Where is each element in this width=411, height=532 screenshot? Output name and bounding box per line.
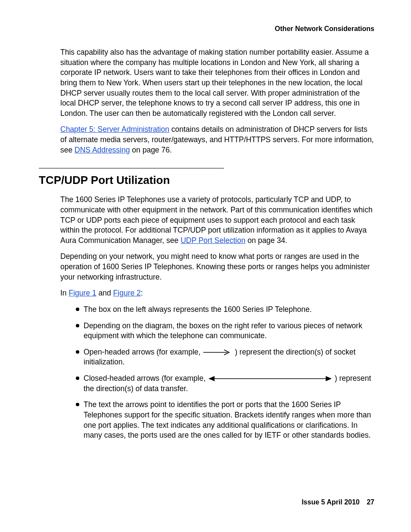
paragraph-see-also: Chapter 5: Server Administration contain… [60, 124, 374, 155]
link-dns-addressing[interactable]: DNS Addressing [75, 146, 130, 154]
text-span: on page 76. [130, 146, 171, 154]
paragraph-portability: This capability also has the advantage o… [60, 47, 374, 118]
link-figure-2[interactable]: Figure 2 [113, 289, 141, 297]
text-span: Open-headed arrows (for example, [84, 348, 202, 356]
paragraph-figure-lead: In Figure 1 and Figure 2: [60, 288, 374, 299]
section-body: The 1600 Series IP Telephones use a vari… [60, 195, 374, 441]
link-figure-1[interactable]: Figure 1 [68, 289, 96, 297]
link-udp-port-selection[interactable]: UDP Port Selection [181, 236, 245, 245]
list-item: The text the arrows point to identifies … [76, 400, 374, 441]
text-span: : [141, 289, 143, 297]
closed-arrow-icon [208, 376, 333, 382]
text-span: on page 34. [246, 236, 287, 245]
footer-page-number: 27 [367, 498, 374, 506]
list-item: Closed-headed arrows (for example, ) rep… [76, 373, 374, 394]
running-header: Other Network Considerations [275, 25, 374, 33]
paragraph-protocols: The 1600 Series IP Telephones use a vari… [60, 195, 374, 246]
text-span: and [97, 289, 113, 297]
svg-marker-2 [209, 376, 215, 381]
section-title: TCP/UDP Port Utilization [39, 174, 374, 187]
page-footer: Issue 5 April 2010 27 [302, 498, 374, 506]
section-divider [39, 168, 224, 168]
intro-block: This capability also has the advantage o… [60, 47, 374, 155]
list-item: Depending on the diagram, the boxes on t… [76, 321, 374, 341]
page: Other Network Considerations This capabi… [0, 0, 411, 532]
list-item: The box on the left always represents th… [76, 305, 374, 315]
bullet-list: The box on the left always represents th… [76, 305, 374, 441]
link-chapter-5[interactable]: Chapter 5: Server Administration [60, 125, 169, 134]
list-item: Open-headed arrows (for example, ) repre… [76, 347, 374, 367]
body-area: This capability also has the advantage o… [39, 47, 374, 447]
footer-issue: Issue 5 April 2010 [302, 498, 360, 506]
open-arrow-icon [202, 349, 233, 355]
svg-marker-3 [326, 376, 332, 381]
paragraph-ports-ranges: Depending on your network, you might nee… [60, 252, 374, 282]
text-span: In [60, 289, 68, 297]
text-span: Closed-headed arrows (for example, [84, 374, 208, 383]
